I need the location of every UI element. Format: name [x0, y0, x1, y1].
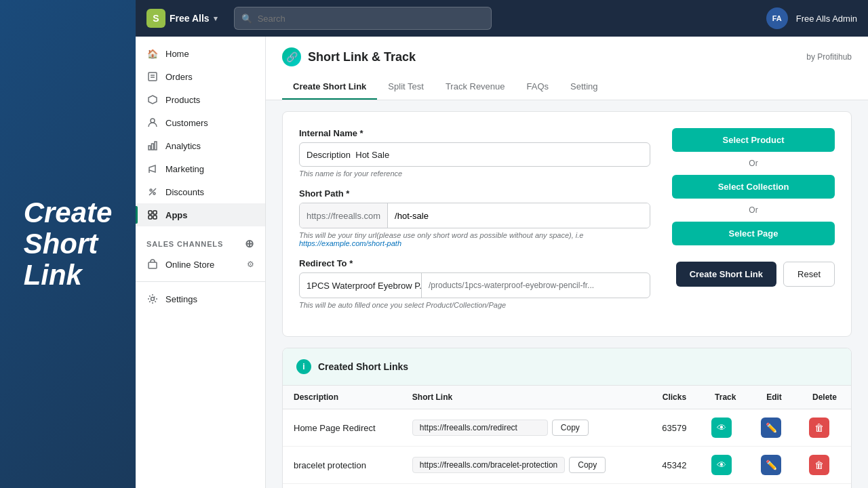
sidebar-label-customers: Customers [165, 118, 208, 128]
col-track: Track [701, 386, 750, 409]
svg-rect-0 [149, 73, 157, 81]
create-short-link-button[interactable]: Create Short Link [676, 262, 776, 287]
sidebar-label-orders: Orders [165, 72, 193, 82]
page-header: 🔗 Short Link & Track by Profitihub Creat… [266, 37, 868, 100]
row2-copy-button[interactable]: Copy [569, 457, 606, 473]
sidebar-label-products: Products [165, 95, 200, 105]
page-title-row: 🔗 Short Link & Track by Profitihub [282, 47, 852, 66]
col-clicks: Clicks [648, 386, 701, 409]
reset-button[interactable]: Reset [783, 262, 835, 287]
sidebar-bottom: Settings [136, 281, 265, 310]
app-logo: 🔗 [282, 47, 301, 66]
form-card: Internal Name * This name is for your re… [282, 111, 852, 337]
sidebar-item-marketing[interactable]: Marketing [136, 157, 265, 180]
username: Free Alls Admin [796, 14, 857, 24]
row3-edit: ✏️ [750, 484, 798, 489]
row1-delete-button[interactable]: 🗑 [809, 418, 829, 438]
sidebar-item-settings[interactable]: Settings [136, 287, 265, 310]
sidebar-item-discounts[interactable]: Discounts [136, 180, 265, 203]
discounts-icon [146, 186, 159, 198]
row1-copy-button[interactable]: Copy [552, 420, 589, 436]
table-header-row: i Created Short Links [283, 348, 851, 386]
page-title: 🔗 Short Link & Track [282, 47, 416, 66]
svg-rect-13 [153, 211, 157, 214]
internal-name-input[interactable] [299, 142, 650, 167]
content-area: 🏠 Home Orders Products Customers [136, 37, 868, 488]
sidebar-label-home: Home [165, 49, 189, 59]
svg-marker-3 [149, 96, 157, 104]
sidebar-item-home[interactable]: 🏠 Home [136, 42, 265, 65]
table-card: i Created Short Links Description Short … [282, 348, 852, 488]
avatar: FA [766, 7, 788, 29]
short-path-field[interactable] [388, 203, 650, 228]
form-group-redirect: Redirect To * 1PCS Waterproof Eyebrow P.… [299, 258, 650, 309]
sidebar-item-orders[interactable]: Orders [136, 65, 265, 88]
row2-short-link: https://freealls.com/bracelet-protection… [401, 447, 648, 484]
search-container: 🔍 [234, 7, 492, 30]
tab-split-test[interactable]: Split Test [377, 75, 435, 100]
customers-icon [146, 117, 159, 129]
select-product-button[interactable]: Select Product [672, 128, 835, 152]
app-name: Short Link & Track [308, 50, 416, 64]
sales-channels-section: SALES CHANNELS ⊕ [136, 226, 265, 253]
page-body: Internal Name * This name is for your re… [266, 100, 868, 488]
products-icon [146, 94, 159, 106]
sidebar-label-analytics: Analytics [165, 141, 201, 151]
form-left: Internal Name * This name is for your re… [299, 128, 650, 320]
short-path-domain: https://freealls.com [300, 203, 388, 228]
sidebar-item-apps[interactable]: Apps [136, 203, 265, 226]
internal-name-hint: This name is for your reference [299, 169, 650, 178]
decorative-bg: Create Short Link [0, 0, 136, 488]
row2-track-button[interactable]: 👁 [711, 455, 732, 475]
row1-delete: 🗑 [798, 409, 851, 447]
tab-create-short-link[interactable]: Create Short Link [282, 75, 377, 100]
svg-rect-12 [149, 211, 152, 214]
form-action-row: Create Short Link Reset [672, 262, 835, 287]
select-collection-button[interactable]: Select Collection [672, 175, 835, 199]
shopify-icon: S [146, 9, 165, 28]
sidebar-item-customers[interactable]: Customers [136, 111, 265, 134]
search-input[interactable] [258, 14, 485, 24]
svg-rect-14 [149, 216, 152, 219]
row3-description: Safe Saturn Bowl [283, 484, 401, 489]
row2-edit-button[interactable]: ✏️ [761, 455, 781, 475]
row1-edit-button[interactable]: ✏️ [761, 418, 781, 438]
table-row: Home Page Redirect https://freealls.com/… [283, 409, 851, 447]
select-page-button[interactable]: Select Page [672, 222, 835, 245]
svg-point-17 [151, 298, 155, 301]
sidebar-item-products[interactable]: Products [136, 88, 265, 111]
form-group-internal-name: Internal Name * This name is for your re… [299, 128, 650, 178]
online-store-settings-icon[interactable]: ⚙ [247, 260, 254, 269]
tab-faqs[interactable]: FAQs [516, 75, 560, 100]
search-box[interactable]: 🔍 [234, 7, 492, 30]
sidebar: 🏠 Home Orders Products Customers [136, 37, 266, 488]
row1-track-button[interactable]: 👁 [711, 418, 732, 438]
search-icon: 🔍 [241, 14, 252, 24]
tab-setting[interactable]: Setting [559, 75, 608, 100]
row3-track: 👁 [701, 484, 750, 489]
row2-edit: ✏️ [750, 447, 798, 484]
sidebar-item-online-store[interactable]: Online Store ⚙ [136, 253, 265, 276]
tab-track-revenue[interactable]: Track Revenue [435, 75, 516, 100]
redirect-path: /products/1pcs-waterproof-eyebrow-pencil… [422, 273, 650, 298]
home-icon: 🏠 [146, 47, 159, 60]
table-row: bracelet protection https://freealls.com… [283, 447, 851, 484]
svg-rect-7 [155, 142, 157, 150]
row1-clicks: 63579 [648, 409, 701, 447]
sidebar-item-analytics[interactable]: Analytics [136, 134, 265, 157]
sidebar-label-discounts: Discounts [165, 187, 204, 197]
topbar: S Free Alls ▾ 🔍 FA Free Alls Admin [136, 0, 868, 37]
short-path-hint-link[interactable]: https://example.com/short-path [299, 239, 401, 247]
row1-description: Home Page Redirect [283, 409, 401, 447]
col-delete: Delete [798, 386, 851, 409]
row3-short-link: https://freealls.com/saturnbowl Copy [401, 484, 648, 489]
form-group-short-path: Short Path * https://freealls.com This w… [299, 188, 650, 247]
row2-delete-button[interactable]: 🗑 [809, 455, 829, 475]
main-shell: S Free Alls ▾ 🔍 FA Free Alls Admin 🏠 Hom… [136, 0, 868, 488]
brand-name: Free Alls [170, 13, 210, 24]
row3-delete: 🗑 [798, 484, 851, 489]
sidebar-label-apps: Apps [165, 210, 188, 220]
add-sales-channel-icon[interactable]: ⊕ [245, 237, 254, 250]
main-page: 🔗 Short Link & Track by Profitihub Creat… [266, 37, 868, 488]
brand[interactable]: S Free Alls ▾ [146, 9, 218, 28]
